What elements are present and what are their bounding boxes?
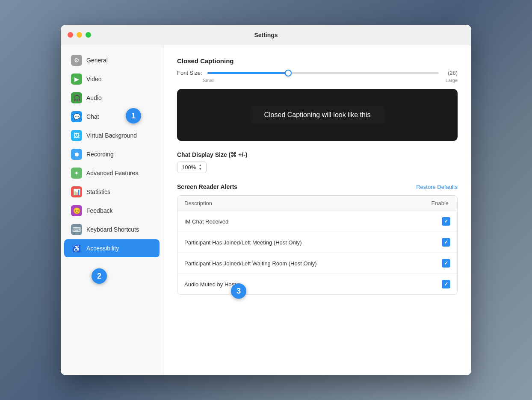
slider-fill: [207, 72, 289, 74]
slider-labels: Small Large: [177, 78, 458, 83]
sidebar-item-recording[interactable]: ⏺ Recording: [64, 145, 160, 163]
sidebar-item-chat[interactable]: 💬 Chat: [64, 108, 160, 126]
closed-captioning-title: Closed Captioning: [177, 57, 458, 65]
feedback-icon: 😊: [71, 205, 82, 216]
alert-row-participant-meeting: Participant Has Joined/Left Meeting (Hos…: [177, 232, 457, 253]
accessibility-icon: ♿: [71, 243, 82, 254]
sidebar-label-keyboard: Keyboard Shortcuts: [86, 226, 139, 233]
alert-desc-audio-muted: Audio Muted by Host: [184, 281, 236, 288]
chat-display-row: Chat Display Size (⌘ +/-) 100% ▲ ▼: [177, 151, 458, 173]
alerts-table: Description Enable IM Chat Received ✓ Pa…: [177, 195, 458, 295]
statistics-icon: 📊: [71, 186, 82, 197]
alert-row-audio-muted: Audio Muted by Host ✓: [177, 274, 457, 294]
chat-display-value: 100%: [182, 164, 196, 171]
col-enable-header: Enable: [432, 200, 450, 206]
alert-checkbox-participant-waiting[interactable]: ✓: [442, 259, 450, 268]
maximize-button[interactable]: [86, 32, 91, 38]
sidebar-label-general: General: [86, 57, 108, 64]
virtual-background-icon: 🖼: [71, 130, 82, 141]
font-size-value: (28): [444, 70, 458, 76]
sidebar-item-keyboard-shortcuts[interactable]: ⌨ Keyboard Shortcuts: [64, 221, 160, 238]
recording-icon: ⏺: [71, 149, 82, 160]
sidebar-item-accessibility[interactable]: ♿ Accessibility: [64, 239, 160, 257]
sidebar-item-video[interactable]: ▶ Video: [64, 70, 160, 88]
caption-preview: Closed Captioning will look like this: [177, 89, 458, 141]
general-icon: ⚙: [71, 55, 82, 66]
sidebar-item-audio[interactable]: 🎧 Audio: [64, 89, 160, 107]
chat-display-select[interactable]: 100% ▲ ▼: [177, 162, 207, 173]
advanced-features-icon: ✦: [71, 168, 82, 179]
close-button[interactable]: [68, 32, 73, 38]
font-size-row: Font Size: (28): [177, 70, 458, 76]
minimize-button[interactable]: [77, 32, 82, 38]
sidebar-label-video: Video: [86, 76, 102, 82]
sidebar-label-accessibility: Accessibility: [86, 245, 119, 252]
chat-display-label: Chat Display Size (⌘ +/-): [177, 151, 458, 158]
alerts-table-header: Description Enable: [177, 196, 457, 211]
alerts-table-body: IM Chat Received ✓ Participant Has Joine…: [177, 211, 457, 294]
font-size-slider-track: [207, 72, 439, 74]
alert-row-im-chat: IM Chat Received ✓: [177, 211, 457, 232]
alerts-title: Screen Reader Alerts: [177, 183, 237, 190]
annotation-bubble-2: 2: [92, 268, 107, 284]
sidebar-label-feedback: Feedback: [86, 207, 112, 214]
sidebar-item-advanced-features[interactable]: ✦ Advanced Features: [64, 164, 160, 182]
sidebar: ⚙ General ▶ Video 🎧 Audio 💬 Chat 🖼: [61, 45, 163, 375]
font-size-slider-container: [207, 72, 439, 74]
chat-icon: 💬: [71, 111, 82, 122]
alert-checkbox-audio-muted[interactable]: ✓: [442, 280, 450, 288]
col-description-header: Description: [184, 200, 212, 206]
settings-window: Settings ⚙ General ▶ Video 🎧 Audio: [61, 25, 471, 375]
title-bar: Settings: [61, 25, 471, 45]
alert-desc-im-chat: IM Chat Received: [184, 218, 228, 225]
slider-label-small: Small: [203, 78, 215, 83]
content-area: ⚙ General ▶ Video 🎧 Audio 💬 Chat 🖼: [61, 45, 471, 375]
alerts-header: Screen Reader Alerts Restore Defaults: [177, 183, 458, 190]
keyboard-shortcuts-icon: ⌨: [71, 224, 82, 235]
slider-thumb[interactable]: [285, 70, 292, 76]
annotation-bubble-1: 1: [126, 108, 141, 124]
alert-checkbox-im-chat[interactable]: ✓: [442, 217, 450, 226]
alert-desc-participant-meeting: Participant Has Joined/Left Meeting (Hos…: [184, 239, 302, 246]
sidebar-item-feedback[interactable]: 😊 Feedback: [64, 202, 160, 220]
audio-icon: 🎧: [71, 92, 82, 103]
sidebar-label-recording: Recording: [86, 151, 114, 158]
traffic-lights: [68, 32, 91, 38]
sidebar-label-chat: Chat: [86, 113, 99, 120]
sidebar-label-advanced: Advanced Features: [86, 170, 138, 176]
slider-label-large: Large: [446, 78, 458, 83]
select-stepper-icon: ▲ ▼: [198, 164, 202, 171]
alert-checkbox-participant-meeting[interactable]: ✓: [442, 238, 450, 247]
sidebar-label-virtual-background: Virtual Background: [86, 132, 137, 139]
annotation-bubble-3: 3: [231, 283, 246, 299]
restore-defaults-button[interactable]: Restore Defaults: [416, 184, 458, 190]
sidebar-item-virtual-background[interactable]: 🖼 Virtual Background: [64, 126, 160, 144]
alert-row-participant-waiting: Participant Has Joined/Left Waiting Room…: [177, 253, 457, 274]
window-title: Settings: [254, 32, 278, 38]
sidebar-label-audio: Audio: [86, 94, 102, 101]
main-content: Closed Captioning Font Size: (28) Small …: [163, 45, 471, 375]
sidebar-item-statistics[interactable]: 📊 Statistics: [64, 183, 160, 201]
font-size-label: Font Size:: [177, 70, 202, 76]
sidebar-label-statistics: Statistics: [86, 188, 110, 195]
alert-desc-participant-waiting: Participant Has Joined/Left Waiting Room…: [184, 260, 316, 267]
sidebar-item-general[interactable]: ⚙ General: [64, 51, 160, 69]
caption-preview-text: Closed Captioning will look like this: [250, 106, 384, 124]
video-icon: ▶: [71, 74, 82, 85]
